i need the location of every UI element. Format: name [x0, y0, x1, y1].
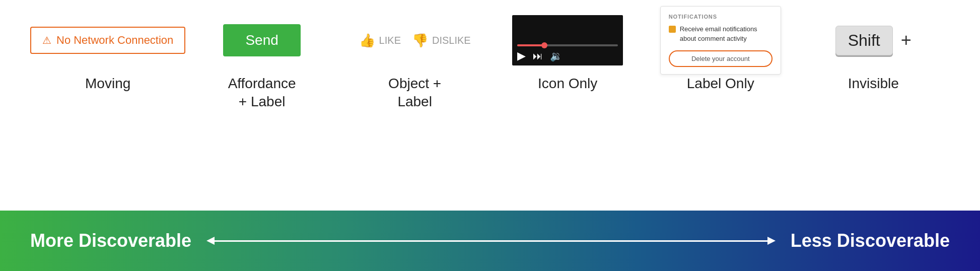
affordance-column: Send Affordance+ Label	[185, 15, 338, 111]
notifications-title: NOTIFICATIONS	[669, 14, 773, 20]
dislike-text: DISLIKE	[432, 35, 471, 46]
invisible-label: Invisible	[848, 75, 899, 93]
like-text: LIKE	[379, 35, 401, 46]
keyboard-shortcut: Shift +	[835, 26, 912, 55]
moving-column: ⚠ No Network Connection Moving	[30, 15, 185, 93]
less-discoverable-label: Less Discoverable	[791, 230, 950, 251]
dislike-button[interactable]: 👎 DISLIKE	[412, 33, 471, 48]
object-label: Object +Label	[388, 75, 441, 111]
next-button[interactable]: ⏭	[533, 51, 543, 61]
send-label: Send	[245, 32, 278, 48]
object-widget: 👍 LIKE 👎 DISLIKE	[359, 15, 471, 65]
video-progress-bar[interactable]	[517, 44, 618, 46]
like-button[interactable]: 👍 LIKE	[359, 33, 401, 48]
notifications-panel: NOTIFICATIONS Receive email notification…	[660, 6, 781, 74]
shift-key-label: Shift	[848, 31, 880, 49]
icon-only-column: ▶ ⏭ 🔉 Icon Only	[491, 15, 644, 93]
delete-account-button[interactable]: Delete your account	[669, 50, 773, 67]
volume-button[interactable]: 🔉	[550, 51, 563, 61]
label-only-column: NOTIFICATIONS Receive email notification…	[644, 15, 797, 93]
main-container: ⚠ No Network Connection Moving Send Affo…	[0, 0, 980, 271]
bar-arrow	[212, 240, 771, 242]
label-only-widget: NOTIFICATIONS Receive email notification…	[660, 15, 781, 65]
thumbs-down-icon: 👎	[412, 33, 428, 48]
object-column: 👍 LIKE 👎 DISLIKE Object +Label	[338, 15, 492, 111]
invisible-column: Shift + Invisible	[797, 15, 950, 93]
more-discoverable-label: More Discoverable	[30, 230, 191, 251]
affordance-widget: Send	[223, 15, 300, 65]
thumbs-up-icon: 👍	[359, 33, 375, 48]
examples-section: ⚠ No Network Connection Moving Send Affo…	[0, 0, 980, 121]
send-button[interactable]: Send	[223, 24, 300, 56]
plus-sign: +	[901, 30, 912, 51]
notifications-checkbox[interactable]	[669, 26, 676, 33]
arrow-line	[212, 240, 771, 242]
play-button[interactable]: ▶	[517, 50, 526, 61]
video-player: ▶ ⏭ 🔉	[512, 15, 623, 65]
shift-key[interactable]: Shift	[835, 26, 893, 55]
moving-widget: ⚠ No Network Connection	[30, 15, 185, 65]
like-dislike-group: 👍 LIKE 👎 DISLIKE	[359, 33, 471, 48]
no-network-label: No Network Connection	[56, 34, 173, 47]
affordance-label: Affordance+ Label	[228, 75, 296, 111]
video-progress-dot	[541, 42, 547, 48]
warning-icon: ⚠	[42, 34, 51, 46]
moving-label: Moving	[85, 75, 130, 93]
delete-account-label: Delete your account	[691, 55, 750, 62]
notifications-text: Receive email notifications about commen…	[680, 25, 773, 43]
video-progress-fill	[517, 44, 542, 46]
label-only-label: Label Only	[687, 75, 754, 93]
video-controls: ▶ ⏭ 🔉	[517, 50, 618, 61]
icon-only-widget: ▶ ⏭ 🔉	[512, 15, 623, 65]
icon-only-label: Icon Only	[538, 75, 597, 93]
no-network-button[interactable]: ⚠ No Network Connection	[30, 27, 185, 54]
invisible-widget: Shift +	[835, 15, 912, 65]
gradient-bar: More Discoverable Less Discoverable	[0, 211, 980, 271]
notifications-row: Receive email notifications about commen…	[669, 25, 773, 43]
